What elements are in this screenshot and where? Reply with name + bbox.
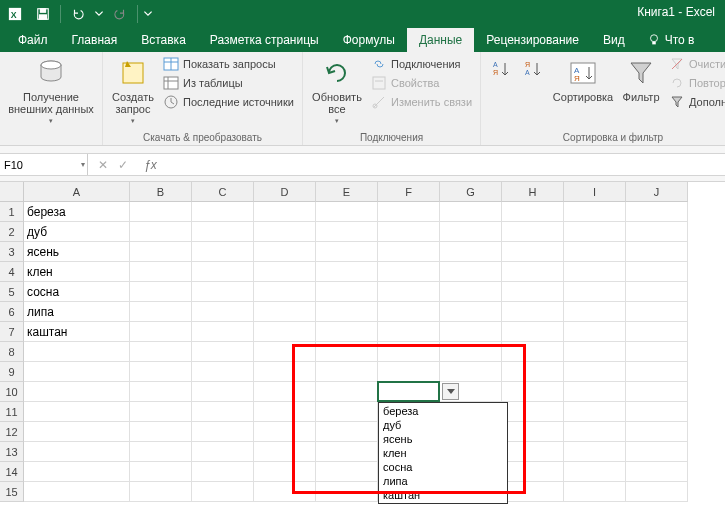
cell[interactable] — [254, 302, 316, 322]
cell[interactable]: береза — [24, 202, 130, 222]
tab-insert[interactable]: Вставка — [129, 28, 198, 52]
cell[interactable] — [440, 282, 502, 302]
cell[interactable] — [626, 222, 688, 242]
name-box[interactable]: F10 ▾ — [0, 154, 88, 175]
dropdown-item[interactable]: сосна — [381, 460, 505, 474]
cell[interactable]: дуб — [24, 222, 130, 242]
cell[interactable]: липа — [24, 302, 130, 322]
dropdown-button[interactable] — [442, 383, 459, 400]
cell[interactable] — [378, 262, 440, 282]
refresh-all-button[interactable]: Обновить все ▾ — [309, 55, 365, 125]
tab-home[interactable]: Главная — [60, 28, 130, 52]
dropdown-item[interactable]: береза — [381, 404, 505, 418]
cell[interactable] — [502, 342, 564, 362]
cell[interactable] — [254, 402, 316, 422]
cell[interactable] — [378, 382, 440, 402]
cell[interactable] — [378, 282, 440, 302]
cell[interactable] — [440, 362, 502, 382]
tab-view[interactable]: Вид — [591, 28, 637, 52]
cell[interactable] — [626, 202, 688, 222]
cell[interactable] — [130, 302, 192, 322]
cell[interactable] — [130, 242, 192, 262]
column-header[interactable]: B — [130, 182, 192, 202]
row-header[interactable]: 11 — [0, 402, 24, 422]
cell[interactable] — [502, 262, 564, 282]
cell[interactable] — [626, 382, 688, 402]
column-header[interactable]: F — [378, 182, 440, 202]
tab-review[interactable]: Рецензирование — [474, 28, 591, 52]
cell[interactable] — [502, 442, 564, 462]
row-header[interactable]: 3 — [0, 242, 24, 262]
cell[interactable] — [130, 342, 192, 362]
column-header[interactable]: A — [24, 182, 130, 202]
cell[interactable] — [192, 302, 254, 322]
cell[interactable] — [440, 242, 502, 262]
cell[interactable] — [192, 362, 254, 382]
cell[interactable] — [254, 202, 316, 222]
cell[interactable] — [564, 282, 626, 302]
cell[interactable] — [316, 402, 378, 422]
cell[interactable] — [502, 402, 564, 422]
cell[interactable] — [192, 282, 254, 302]
cell[interactable] — [502, 282, 564, 302]
cell[interactable] — [564, 482, 626, 502]
qat-customize-icon[interactable] — [142, 2, 154, 26]
cell[interactable] — [316, 422, 378, 442]
cell[interactable] — [626, 422, 688, 442]
get-external-data-button[interactable]: Получение внешних данных ▾ — [6, 55, 96, 125]
dropdown-item[interactable]: каштан — [381, 488, 505, 502]
save-icon[interactable] — [30, 2, 56, 26]
cell[interactable] — [502, 462, 564, 482]
cell[interactable] — [316, 482, 378, 502]
row-header[interactable]: 8 — [0, 342, 24, 362]
cell[interactable] — [440, 202, 502, 222]
cell[interactable] — [130, 322, 192, 342]
cell[interactable] — [316, 462, 378, 482]
excel-icon[interactable]: X — [2, 2, 28, 26]
cell[interactable] — [254, 382, 316, 402]
cell[interactable] — [502, 362, 564, 382]
cell[interactable] — [254, 422, 316, 442]
cell[interactable] — [24, 422, 130, 442]
cell[interactable] — [564, 402, 626, 422]
cell[interactable] — [192, 482, 254, 502]
cell[interactable] — [316, 262, 378, 282]
column-header[interactable]: I — [564, 182, 626, 202]
cell[interactable] — [24, 362, 130, 382]
show-queries-button[interactable]: Показать запросы — [161, 55, 296, 73]
row-header[interactable]: 4 — [0, 262, 24, 282]
cell[interactable] — [564, 342, 626, 362]
cell[interactable] — [24, 462, 130, 482]
row-header[interactable]: 14 — [0, 462, 24, 482]
cell[interactable] — [502, 482, 564, 502]
cell[interactable] — [192, 382, 254, 402]
row-header[interactable]: 9 — [0, 362, 24, 382]
cell[interactable] — [130, 422, 192, 442]
cell[interactable] — [378, 242, 440, 262]
cell[interactable] — [316, 382, 378, 402]
filter-button[interactable]: Фильтр — [619, 55, 663, 103]
cell[interactable] — [502, 382, 564, 402]
cell[interactable] — [378, 322, 440, 342]
row-header[interactable]: 15 — [0, 482, 24, 502]
cell[interactable] — [378, 362, 440, 382]
cell[interactable] — [564, 422, 626, 442]
formula-input[interactable] — [157, 154, 725, 175]
cell[interactable] — [24, 402, 130, 422]
cell[interactable] — [24, 482, 130, 502]
sort-az-button[interactable]: АЯ — [487, 55, 515, 79]
cell[interactable] — [24, 442, 130, 462]
cell[interactable] — [564, 442, 626, 462]
cell[interactable] — [130, 462, 192, 482]
cell[interactable] — [440, 262, 502, 282]
cell[interactable] — [130, 402, 192, 422]
tell-me[interactable]: Что в — [637, 28, 695, 52]
recent-sources-button[interactable]: Последние источники — [161, 93, 296, 111]
cell[interactable] — [502, 242, 564, 262]
undo-dropdown-icon[interactable] — [93, 2, 105, 26]
undo-icon[interactable] — [65, 2, 91, 26]
cell[interactable] — [254, 322, 316, 342]
cell[interactable] — [502, 202, 564, 222]
select-all-corner[interactable] — [0, 182, 24, 202]
cell[interactable] — [440, 302, 502, 322]
